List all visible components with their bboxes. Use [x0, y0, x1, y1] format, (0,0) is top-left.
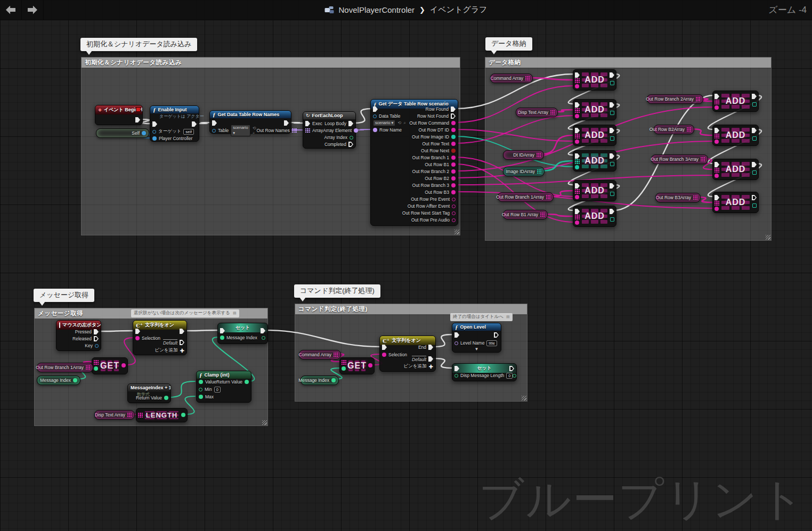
bubble-command[interactable]: コマンド判定(終了処理) — [294, 284, 380, 298]
dot-pin[interactable] — [451, 128, 456, 132]
exec-pin[interactable] — [428, 356, 433, 362]
exec-pin[interactable] — [94, 329, 99, 334]
dot-pin[interactable] — [714, 140, 719, 144]
exec-pin[interactable] — [180, 329, 184, 334]
forward-button[interactable] — [22, 0, 44, 20]
dot-pin[interactable] — [575, 84, 579, 88]
bubble-init[interactable]: 初期化＆シナリオデータ読み込み — [80, 38, 197, 51]
grid-pin[interactable] — [714, 134, 719, 138]
dot-pin[interactable] — [714, 105, 719, 110]
dot-pin[interactable] — [575, 195, 579, 199]
var-out-row-b1-array[interactable]: Out Row B1 Array — [503, 210, 548, 219]
var-message-index-msg[interactable]: Message Index — [37, 375, 80, 385]
note-to-title[interactable]: 終了の場合はタイトルへ▤ — [450, 313, 513, 321]
grid-pin[interactable] — [540, 213, 545, 217]
var-out-row-b3-array[interactable]: Out Row B3Array — [655, 193, 701, 202]
grid-pin[interactable] — [575, 159, 580, 164]
node-messageindex-plus1[interactable]: MessageIndex + 1数学式Return Value — [127, 383, 171, 403]
grid-pin[interactable] — [701, 157, 705, 161]
pin-value-field[interactable]: 0 — [506, 373, 513, 379]
blueprint-editor-canvas[interactable]: { "topbar":{ "breadcrumb_root":"NovelPla… — [0, 0, 812, 531]
exec-pin[interactable] — [261, 328, 265, 333]
dot-pin[interactable] — [575, 165, 579, 169]
dot-pin[interactable] — [452, 205, 456, 208]
node-set-message-index[interactable]: セットMessage Index — [217, 323, 268, 344]
dot-pin[interactable] — [451, 142, 456, 146]
pin-value-field[interactable]: title — [486, 340, 497, 346]
grid-pin[interactable] — [334, 353, 338, 357]
node-event-left-mouse[interactable]: マウスの左ボタンPressedReleasedKey — [56, 320, 101, 351]
var-message-index-cmd[interactable]: Message Index — [301, 375, 339, 385]
var-out-row-branch2-array[interactable]: Out Row Branch 2Array — [647, 94, 703, 104]
grid-pin[interactable] — [714, 201, 719, 206]
node-add-command[interactable]: ADD — [573, 69, 616, 91]
grid-pin[interactable] — [693, 195, 697, 200]
dot-pin[interactable] — [262, 336, 265, 340]
dot-pin[interactable] — [451, 176, 456, 181]
reset-and-browse-icons[interactable]: ⟲ ⌕ — [397, 120, 406, 126]
node-set-disp-message-length[interactable]: セットDisp Message Length0 — [452, 363, 517, 381]
exec-pin[interactable] — [220, 328, 225, 333]
resize-handle[interactable] — [262, 420, 267, 425]
dot-pin[interactable] — [451, 149, 456, 153]
exec-pin[interactable] — [284, 120, 289, 126]
dot-pin[interactable] — [199, 388, 202, 391]
dot-pin[interactable] — [451, 121, 456, 125]
dot-pin[interactable] — [152, 136, 157, 141]
resize-handle[interactable] — [766, 235, 770, 240]
exec-pin[interactable] — [348, 121, 353, 126]
dot-pin[interactable] — [331, 378, 336, 382]
node-event-beginplay[interactable]: ◈イベント BeginPlay — [95, 105, 143, 125]
var-out-row-branch1-array[interactable]: Out Row Branch 1Array — [498, 192, 554, 202]
add-pin-icon[interactable]: ✚ — [180, 348, 184, 353]
dot-pin[interactable] — [135, 336, 140, 340]
grid-pin[interactable] — [94, 360, 99, 365]
var-out-row-branch1-array-msg[interactable]: Out Row Branch 1Array — [37, 363, 93, 372]
exec-pin[interactable] — [382, 345, 387, 350]
var-disp-text-array[interactable]: Disp Text Array — [516, 108, 558, 117]
dot-pin[interactable] — [451, 135, 456, 139]
note-no-choice[interactable]: 選択肢がない場合は次のメッセージを表示する▤ — [131, 309, 239, 317]
bubble-store[interactable]: データ格納 — [485, 37, 532, 51]
dot-pin[interactable] — [451, 156, 456, 160]
sq-pin[interactable] — [752, 136, 757, 141]
dot-pin[interactable] — [94, 366, 98, 371]
dot-pin[interactable] — [142, 131, 146, 135]
expand-node-icon[interactable]: ▼ — [452, 347, 501, 352]
grid-pin[interactable] — [86, 365, 90, 370]
grid-pin[interactable] — [575, 78, 580, 83]
dot-pin[interactable] — [575, 220, 579, 225]
exec-pin[interactable] — [454, 366, 459, 371]
pin-value-field[interactable]: self — [183, 129, 194, 135]
node-clamp-int[interactable]: ƒClamp (int)ValueReturn ValueMin0Max — [196, 371, 251, 403]
dot-pin[interactable] — [575, 114, 579, 118]
var-dt-id-array[interactable]: Dt IDArray — [503, 150, 544, 160]
dot-pin[interactable] — [73, 378, 77, 382]
grid-pin[interactable] — [525, 76, 530, 80]
dot-pin[interactable] — [121, 363, 126, 367]
sq-pin[interactable] — [752, 170, 757, 175]
var-self[interactable]: Self — [96, 128, 149, 138]
dot-pin[interactable] — [342, 366, 346, 371]
dot-pin[interactable] — [452, 211, 456, 215]
grid-pin[interactable] — [687, 127, 691, 132]
node-enable-input[interactable]: ƒEnable Inputターゲットは アクターターゲットselfPlayer … — [150, 105, 199, 142]
sq-pin[interactable] — [610, 111, 614, 115]
resize-handle[interactable] — [454, 230, 459, 234]
grid-pin[interactable] — [714, 100, 719, 104]
dot-pin[interactable] — [373, 128, 377, 132]
node-open-level[interactable]: ƒOpen LevelLevel Nametitle▼ — [452, 323, 501, 353]
var-out-row-b2-array[interactable]: Out Row B2Array — [654, 125, 694, 134]
dot-pin[interactable] — [245, 380, 249, 384]
pin-value-field[interactable]: 0 — [214, 387, 221, 393]
node-switch-on-string-msg[interactable]: Є⁺文字列をオンSelectionDefaultピンを追加✚ — [133, 320, 187, 355]
dot-pin[interactable] — [382, 353, 386, 357]
grid-pin[interactable] — [575, 134, 580, 138]
exec-pin[interactable] — [348, 142, 353, 147]
var-command-array-cmd[interactable]: Command Array — [299, 350, 341, 360]
grid-pin[interactable] — [575, 189, 580, 194]
exec-pin[interactable] — [305, 121, 310, 126]
node-get-cmd[interactable]: GET — [339, 357, 375, 374]
node-add-dt-id[interactable]: ADD — [573, 125, 616, 146]
node-get-data-table-row-names[interactable]: ƒGet Data Table Row NamesTablescenario ▾… — [209, 110, 291, 134]
